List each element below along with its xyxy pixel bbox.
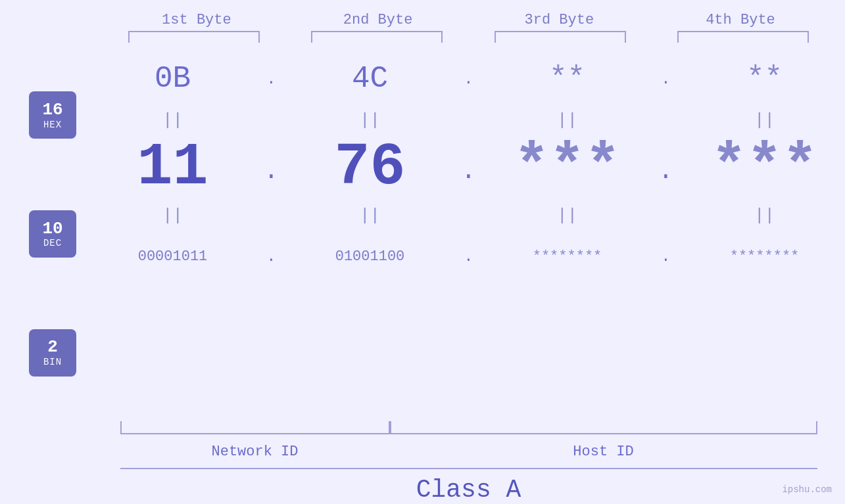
network-id-label: Network ID bbox=[120, 444, 390, 460]
full-bracket-area: Class A bbox=[120, 468, 817, 504]
bracket-byte2-top bbox=[311, 31, 443, 43]
main-container: 1st Byte 2nd Byte 3rd Byte 4th Byte 16 H… bbox=[0, 0, 845, 504]
main-content: 16 HEX 10 DEC 2 BIN 0B . 4C bbox=[0, 49, 845, 419]
dot-hex-2: . bbox=[459, 70, 479, 88]
watermark: ipshu.com bbox=[782, 484, 832, 495]
byte2-header: 2nd Byte bbox=[306, 12, 450, 28]
bracket-byte1-top bbox=[128, 31, 260, 43]
dec-byte2: 76 bbox=[298, 134, 443, 201]
dot-bin-1: . bbox=[262, 248, 281, 265]
bracket-network bbox=[120, 421, 390, 434]
class-a-label: Class A bbox=[416, 476, 521, 504]
bin-byte4: ******** bbox=[692, 248, 837, 265]
byte3-header: 3rd Byte bbox=[487, 12, 631, 28]
values-grid: 0B . 4C . ** . ** || || bbox=[92, 49, 845, 419]
bin-byte2: 01001100 bbox=[298, 248, 443, 265]
equals-dec-bin: || || || || bbox=[92, 204, 845, 227]
hex-row: 0B . 4C . ** . ** bbox=[92, 49, 845, 108]
dec-byte1: 11 bbox=[101, 134, 245, 201]
dec-byte3: *** bbox=[495, 134, 640, 201]
dot-dec-1: . bbox=[262, 157, 281, 185]
dot-bin-2: . bbox=[459, 248, 479, 265]
dec-badge: 10 DEC bbox=[29, 210, 76, 258]
hex-byte1: 0B bbox=[101, 62, 245, 96]
full-bracket-line bbox=[120, 468, 817, 469]
host-id-label: Host ID bbox=[390, 444, 817, 460]
badges-column: 16 HEX 10 DEC 2 BIN bbox=[0, 49, 92, 419]
hex-byte2: 4C bbox=[298, 62, 443, 96]
dec-byte4: *** bbox=[692, 134, 837, 201]
hex-badge: 16 HEX bbox=[29, 91, 76, 139]
byte4-header: 4th Byte bbox=[668, 12, 813, 28]
dot-dec-3: . bbox=[656, 157, 676, 185]
byte1-header: 1st Byte bbox=[124, 12, 269, 28]
bin-byte1: 00001011 bbox=[101, 248, 245, 265]
dec-row: 11 . 76 . *** . *** bbox=[92, 131, 845, 204]
dot-hex-1: . bbox=[262, 70, 281, 88]
bottom-brackets bbox=[120, 421, 817, 441]
hex-byte4: ** bbox=[692, 62, 837, 96]
top-brackets bbox=[120, 31, 817, 43]
dot-dec-2: . bbox=[459, 157, 479, 185]
dot-bin-3: . bbox=[656, 248, 676, 265]
bracket-byte4-top bbox=[677, 31, 809, 43]
byte-headers: 1st Byte 2nd Byte 3rd Byte 4th Byte bbox=[120, 12, 817, 28]
bin-row: 00001011 . 01001100 . ******** . *******… bbox=[92, 227, 845, 286]
bracket-host bbox=[390, 421, 817, 434]
hex-byte3: ** bbox=[495, 62, 640, 96]
id-labels: Network ID Host ID bbox=[120, 444, 817, 460]
bin-byte3: ******** bbox=[495, 248, 640, 265]
equals-hex-dec: || || || || bbox=[92, 108, 845, 131]
bin-badge: 2 BIN bbox=[29, 329, 76, 377]
bracket-byte3-top bbox=[495, 31, 626, 43]
class-a-row: Class A bbox=[120, 476, 817, 504]
dot-hex-3: . bbox=[656, 70, 676, 88]
